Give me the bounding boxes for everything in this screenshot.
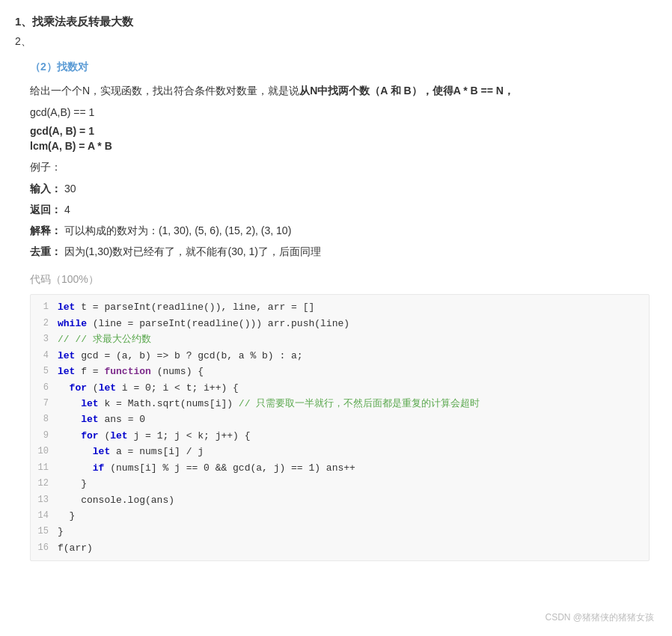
line-code-content: console.log(ans): [58, 492, 649, 508]
line-number: 16: [31, 540, 58, 556]
line-code-content: for (let i = 0; i < t; i++) {: [58, 380, 649, 396]
code-line: 8 let ans = 0: [31, 412, 649, 427]
code-line: 1let t = parseInt(readline()), line, arr…: [31, 299, 649, 315]
line-code-content: let gcd = (a, b) => b ? gcd(b, a % b) : …: [58, 348, 649, 364]
input-row: 输入： 30: [30, 180, 650, 198]
line-number: 8: [31, 412, 58, 427]
line-number: 6: [31, 380, 58, 396]
line-code-content: f(arr): [58, 540, 649, 556]
code-block: 1let t = parseInt(readline()), line, arr…: [30, 294, 650, 561]
desc-plain: 给出一个个N，实现函数，找出符合条件数对数量，就是说: [30, 85, 299, 97]
line-code-content: // // 求最大公约数: [58, 331, 649, 347]
example-label: 例子：: [30, 161, 61, 173]
math-line-2: lcm(A, B) = A * B: [30, 140, 650, 152]
line-code-content: }: [58, 508, 649, 524]
desc-line-1: 给出一个个N，实现函数，找出符合条件数对数量，就是说从N中找两个数（A 和 B）…: [30, 82, 650, 100]
line-code-content: let t = parseInt(readline()), line, arr …: [58, 299, 649, 315]
line-number: 4: [31, 348, 58, 364]
line-number: 13: [31, 492, 58, 508]
dedup-label: 去重：: [30, 245, 61, 257]
input-label: 输入：: [30, 183, 61, 195]
subsection-title: （2）找数对: [30, 61, 650, 74]
code-line: 4let gcd = (a, b) => b ? gcd(b, a % b) :…: [31, 348, 649, 364]
line-number: 14: [31, 508, 58, 524]
section-title-2: 2、: [15, 35, 650, 49]
line-number: 11: [31, 460, 58, 476]
dedup-row: 去重： 因为(1,30)数对已经有了，就不能有(30, 1)了，后面同理: [30, 242, 650, 261]
desc-line-2: gcd(A,B) == 1: [30, 103, 650, 122]
code-line: 5let f = function (nums) {: [31, 364, 649, 379]
code-line: 16f(arr): [31, 540, 649, 556]
code-section-title: 代码（100%）: [30, 273, 650, 287]
code-line: 10 let a = nums[i] / j: [31, 444, 649, 459]
line-number: 9: [31, 428, 58, 444]
subsection: （2）找数对 给出一个个N，实现函数，找出符合条件数对数量，就是说从N中找两个数…: [30, 61, 650, 561]
code-line: 14 }: [31, 508, 649, 524]
code-line: 15}: [31, 524, 649, 539]
line-number: 10: [31, 444, 58, 459]
explain-label: 解释：: [30, 224, 61, 236]
code-line: 6 for (let i = 0; i < t; i++) {: [31, 380, 649, 396]
line-number: 7: [31, 396, 58, 412]
line-code-content: let f = function (nums) {: [58, 364, 649, 379]
code-line: 11 if (nums[i] % j == 0 && gcd(a, j) == …: [31, 460, 649, 476]
line-code-content: let k = Math.sqrt(nums[i]) // 只需要取一半就行，不…: [58, 396, 649, 412]
return-row: 返回： 4: [30, 201, 650, 219]
line-code-content: let ans = 0: [58, 412, 649, 427]
code-line: 3// // 求最大公约数: [31, 331, 649, 347]
return-label: 返回：: [30, 204, 61, 215]
watermark: CSDN @猪猪侠的猪猪女孩: [545, 611, 654, 624]
line-number: 5: [31, 364, 58, 379]
line-code-content: let a = nums[i] / j: [58, 444, 649, 459]
math-line-1: gcd(A, B) = 1: [30, 125, 650, 137]
code-line: 9 for (let j = 1; j < k; j++) {: [31, 428, 649, 444]
line-number: 12: [31, 476, 58, 492]
section-title-1: 1、找乘法表反转最大数: [15, 15, 650, 29]
line-number: 15: [31, 524, 58, 539]
line-code-content: }: [58, 524, 649, 539]
line-code-content: for (let j = 1; j < k; j++) {: [58, 428, 649, 444]
line-number: 2: [31, 316, 58, 331]
line-code-content: }: [58, 476, 649, 492]
code-line: 7 let k = Math.sqrt(nums[i]) // 只需要取一半就行…: [31, 396, 649, 412]
line-code-content: while (line = parseInt(readline())) arr.…: [58, 316, 649, 331]
code-line: 13 console.log(ans): [31, 492, 649, 508]
line-number: 3: [31, 331, 58, 347]
code-line: 12 }: [31, 476, 649, 492]
desc-bold: 从N中找两个数（A 和 B），使得A * B == N，: [299, 85, 514, 97]
line-code-content: if (nums[i] % j == 0 && gcd(a, j) == 1) …: [58, 460, 649, 476]
line-number: 1: [31, 299, 58, 315]
code-line: 2while (line = parseInt(readline())) arr…: [31, 316, 649, 331]
example-header: 例子：: [30, 158, 650, 177]
explain-row: 解释： 可以构成的数对为：(1, 30), (5, 6), (15, 2), (…: [30, 221, 650, 240]
